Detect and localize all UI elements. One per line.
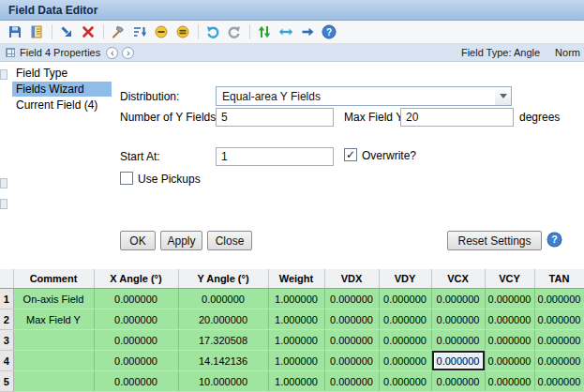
column-header-comment[interactable]: Comment: [13, 269, 94, 289]
table-cell[interactable]: 0.000000: [324, 351, 379, 371]
remove-field-button[interactable]: [151, 23, 171, 42]
header-row: Comment X Angle (°) Y Angle (°) Weight V…: [0, 269, 584, 289]
delete-button[interactable]: [78, 23, 97, 42]
table-cell[interactable]: 0.000000: [94, 351, 178, 371]
table-cell[interactable]: 14.142136: [178, 351, 268, 371]
table-cell[interactable]: [13, 371, 94, 392]
table-cell[interactable]: 1.000000: [268, 330, 324, 351]
table-cell[interactable]: 0.000000: [431, 309, 485, 330]
column-header-vdy[interactable]: VDY: [379, 269, 431, 289]
table-cell[interactable]: 0.000000: [431, 330, 485, 351]
update-button[interactable]: [254, 23, 274, 42]
save-button[interactable]: [5, 23, 24, 42]
redo-button[interactable]: [224, 23, 244, 42]
table-cell[interactable]: 1.000000: [268, 309, 324, 330]
row-number[interactable]: 4: [0, 351, 13, 371]
max-field-y-input[interactable]: [400, 108, 514, 127]
table-cell[interactable]: 0.000000: [485, 330, 534, 351]
table-cell[interactable]: 1.000000: [268, 371, 324, 392]
table-cell[interactable]: 0.000000: [534, 309, 584, 330]
table-cell[interactable]: 10.000000: [178, 371, 268, 392]
table-cell[interactable]: 0.000000: [431, 289, 485, 309]
column-header-vdx[interactable]: VDX: [324, 269, 379, 289]
table-cell[interactable]: 0.000000: [178, 289, 268, 309]
table-cell[interactable]: 0.000000: [534, 289, 584, 309]
table-cell[interactable]: 0.000000: [324, 289, 379, 309]
table-cell[interactable]: 1.000000: [268, 351, 324, 371]
distribution-select[interactable]: Equal-area Y Fields: [216, 86, 512, 106]
sidebar-item-current-field[interactable]: Current Field (4): [12, 98, 112, 113]
apply-button[interactable]: Apply: [160, 231, 202, 250]
swap-horizontal-icon: [278, 24, 293, 39]
table-cell[interactable]: 0.000000: [379, 371, 431, 392]
fields-button[interactable]: [172, 23, 192, 42]
column-header-x-angle[interactable]: X Angle (°): [94, 269, 178, 289]
table-cell[interactable]: 0.000000: [379, 289, 431, 309]
table-cell[interactable]: 0.000000: [94, 330, 178, 351]
close-button[interactable]: Close: [207, 231, 252, 250]
table-cell[interactable]: 0.000000: [324, 330, 379, 351]
row-number[interactable]: 1: [0, 289, 13, 309]
next-field-button[interactable]: ›: [122, 47, 134, 59]
table-cell[interactable]: 0.000000: [324, 309, 379, 330]
wizard-help-button[interactable]: ?: [547, 232, 562, 248]
column-header-vcx[interactable]: VCX: [431, 269, 485, 289]
num-y-fields-input[interactable]: [216, 108, 334, 127]
ok-button[interactable]: OK: [120, 231, 156, 250]
overwrite-checkbox[interactable]: ✓: [344, 148, 357, 161]
row-number[interactable]: 2: [0, 309, 13, 330]
table-cell[interactable]: On-axis Field: [13, 289, 94, 309]
go-to-button[interactable]: [297, 23, 317, 42]
properties-title: Field 4 Properties: [20, 47, 100, 58]
table-cell[interactable]: 0.000000: [94, 309, 178, 330]
previous-field-button[interactable]: ‹: [106, 47, 118, 59]
column-header-tan[interactable]: TAN: [534, 269, 584, 289]
table-cell[interactable]: 0.000000: [324, 371, 379, 392]
table-cell[interactable]: 0.000000: [485, 309, 534, 330]
table-cell[interactable]: [13, 330, 94, 351]
notebook-button[interactable]: [26, 23, 46, 42]
table-cell[interactable]: 0.000000: [485, 289, 534, 309]
table-cell[interactable]: 0.000000: [534, 371, 584, 392]
table-cell[interactable]: 0.000000: [379, 351, 431, 371]
table-cell[interactable]: 0.000000: [534, 351, 584, 371]
sidebar-item-field-type[interactable]: Field Type: [12, 66, 112, 81]
table-cell[interactable]: 0.000000: [94, 289, 178, 309]
insert-button[interactable]: [56, 23, 76, 42]
toolbar-separator: [103, 24, 104, 39]
undo-button[interactable]: [202, 23, 222, 42]
row-number[interactable]: 3: [0, 330, 13, 351]
selected-cell[interactable]: 0.000000: [431, 351, 485, 371]
window-titlebar[interactable]: Field Data Editor: [0, 0, 584, 21]
use-pickups-checkbox[interactable]: [120, 172, 133, 185]
column-header-y-angle[interactable]: Y Angle (°): [178, 269, 268, 289]
row-number[interactable]: 5: [0, 371, 13, 392]
distribution-label: Distribution:: [120, 90, 179, 103]
table-cell[interactable]: 0.000000: [94, 371, 178, 392]
table-row: 1 On-axis Field 0.000000 0.000000 1.0000…: [0, 289, 584, 309]
table-cell[interactable]: 0.000000: [431, 371, 485, 392]
toolbar-help-button[interactable]: ?: [319, 23, 338, 42]
hammer-icon: [111, 24, 126, 39]
table-cell[interactable]: Max Field Y: [13, 309, 94, 330]
column-header-weight[interactable]: Weight: [268, 269, 324, 289]
reset-settings-button[interactable]: Reset Settings: [447, 231, 542, 250]
table-cell[interactable]: 0.000000: [485, 371, 534, 392]
table-cell[interactable]: 0.000000: [534, 330, 584, 351]
swap-button[interactable]: [276, 23, 295, 42]
column-header-vcy[interactable]: VCY: [485, 269, 534, 289]
table-cell[interactable]: 20.000000: [178, 309, 268, 330]
redo-icon: [227, 24, 242, 39]
dropdown-button[interactable]: [495, 87, 511, 105]
table-cell[interactable]: 17.320508: [178, 330, 268, 351]
table-cell[interactable]: [13, 351, 94, 371]
tools-button[interactable]: [108, 23, 127, 42]
insert-arrow-icon: [59, 24, 74, 39]
table-cell[interactable]: 0.000000: [379, 330, 431, 351]
sidebar-item-fields-wizard[interactable]: Fields Wizard: [12, 82, 112, 97]
table-cell[interactable]: 0.000000: [485, 351, 534, 371]
table-cell[interactable]: 0.000000: [379, 309, 431, 330]
start-at-input[interactable]: [216, 147, 334, 166]
sort-button[interactable]: [129, 23, 149, 42]
table-cell[interactable]: 1.000000: [268, 289, 324, 309]
